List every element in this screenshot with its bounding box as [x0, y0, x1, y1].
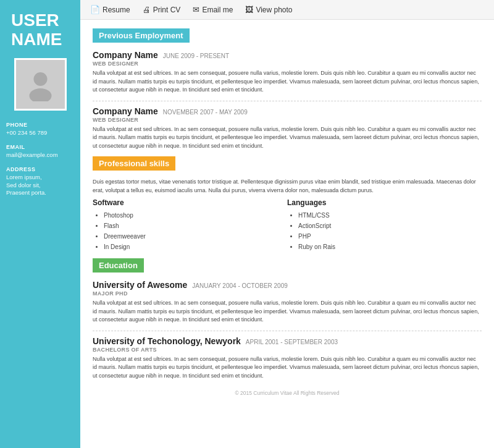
photo-icon: 🖼	[245, 5, 253, 14]
email-value: mail@example.com	[6, 151, 74, 159]
list-item: In Design	[104, 242, 287, 252]
edu-institution: University of Awesome	[93, 280, 187, 290]
email-icon: ✉	[193, 5, 199, 14]
job-dates: JUNE 2009 - PRESENT	[163, 53, 229, 59]
svg-point-0	[33, 72, 47, 86]
avatar	[14, 58, 67, 111]
address-section: ADDRESS Lorem ipsum, Sed dolor sit, Prae…	[6, 166, 74, 197]
edu-entry: University of Techonology, Newyork APRIL…	[93, 336, 482, 381]
edu-institution: University of Techonology, Newyork	[93, 336, 241, 346]
content-area: Previous Employment Company Name JUNE 20…	[80, 20, 494, 448]
skills-section: Professional skills Duis egestas tortor …	[93, 156, 482, 252]
edu-title-row: University of Awesome JANUARY 2004 - OCT…	[93, 280, 482, 290]
view-photo-label: View photo	[256, 6, 292, 14]
software-list: Photoshop Flash Dreemweeaver In Design	[93, 210, 287, 252]
list-item: Ruby on Rais	[298, 242, 482, 252]
list-item: HTML/CSS	[298, 210, 482, 221]
job-role: WEB DESIGNER	[93, 61, 482, 67]
languages-col: Languages HTML/CSS ActionScript PHP Ruby…	[287, 198, 482, 252]
edu-desc: Nulla volutpat at est sed ultrices. In a…	[93, 299, 482, 324]
email-link[interactable]: ✉ Email me	[193, 5, 233, 14]
resume-icon: 📄	[90, 5, 100, 14]
email-label: Email me	[202, 6, 233, 14]
user-name: USER NAME	[6, 11, 74, 49]
job-title-row: Company Name JUNE 2009 - PRESENT	[93, 50, 482, 60]
job-title-row: Company Name NOVEMBER 2007 - MAY 2009	[93, 106, 482, 116]
list-item: PHP	[298, 231, 482, 242]
edu-dates: APRIL 2001 - SEPTEMBER 2003	[246, 339, 338, 345]
job-company: Company Name	[93, 106, 158, 116]
edu-dates: JANUARY 2004 - OCTOBER 2009	[192, 282, 288, 289]
education-header: Education	[93, 258, 144, 273]
sidebar: USER NAME PHONE +00 234 56 789 EMAIL mai…	[0, 0, 80, 448]
skills-header: Professional skills	[93, 156, 175, 171]
languages-list: HTML/CSS ActionScript PHP Ruby on Rais	[287, 210, 482, 252]
resume-label: Resume	[103, 6, 130, 14]
avatar-icon	[23, 67, 57, 101]
phone-value: +00 234 56 789	[6, 129, 74, 137]
main-content: 📄 Resume 🖨 Print CV ✉ Email me 🖼 View ph…	[80, 0, 494, 448]
view-photo-link[interactable]: 🖼 View photo	[245, 5, 292, 14]
skills-row: Software Photoshop Flash Dreemweeaver In…	[93, 198, 482, 252]
divider	[93, 331, 482, 331]
languages-title: Languages	[287, 198, 482, 207]
list-item: ActionScript	[298, 221, 482, 231]
address-label: ADDRESS	[6, 166, 74, 172]
topbar: 📄 Resume 🖨 Print CV ✉ Email me 🖼 View ph…	[80, 0, 494, 20]
list-item: Photoshop	[104, 210, 287, 221]
resume-link[interactable]: 📄 Resume	[90, 5, 130, 14]
print-cv-link[interactable]: 🖨 Print CV	[143, 5, 181, 14]
edu-title-row: University of Techonology, Newyork APRIL…	[93, 336, 482, 346]
job-entry: Company Name NOVEMBER 2007 - MAY 2009 WE…	[93, 106, 482, 151]
employment-section: Previous Employment Company Name JUNE 20…	[93, 28, 482, 150]
job-dates: NOVEMBER 2007 - MAY 2009	[163, 109, 248, 116]
job-entry: Company Name JUNE 2009 - PRESENT WEB DES…	[93, 50, 482, 95]
divider	[93, 101, 482, 101]
job-company: Company Name	[93, 50, 158, 60]
email-label: EMAIL	[6, 144, 74, 150]
list-item: Flash	[104, 221, 287, 231]
edu-degree: MAJOR PHD	[93, 290, 482, 297]
list-item: Dreemweeaver	[104, 231, 287, 242]
phone-label: PHONE	[6, 122, 74, 128]
software-title: Software	[93, 198, 287, 207]
svg-point-1	[29, 88, 51, 101]
address-value: Lorem ipsum, Sed dolor sit, Praesent por…	[6, 174, 74, 197]
print-cv-label: Print CV	[153, 6, 181, 14]
edu-desc: Nulla volutpat at est sed ultrices. In a…	[93, 355, 482, 381]
skills-intro: Duis egestas tortor metus, vitae venenat…	[93, 178, 482, 195]
email-section: EMAIL mail@example.com	[6, 144, 74, 159]
print-icon: 🖨	[143, 5, 151, 14]
footer: © 2015 Curriculum Vitae All Rights Reser…	[93, 386, 482, 399]
edu-degree: BACHELORS OF ARTS	[93, 347, 482, 353]
job-desc: Nulla volutpat at est sed ultrices. In a…	[93, 125, 482, 151]
education-section: Education University of Awesome JANUARY …	[93, 258, 482, 380]
edu-entry: University of Awesome JANUARY 2004 - OCT…	[93, 280, 482, 324]
job-role: WEB DESIGNER	[93, 117, 482, 123]
employment-header: Previous Employment	[93, 28, 190, 43]
software-col: Software Photoshop Flash Dreemweeaver In…	[93, 198, 287, 252]
job-desc: Nulla volutpat at est sed ultrices. In a…	[93, 69, 482, 95]
phone-section: PHONE +00 234 56 789	[6, 122, 74, 137]
